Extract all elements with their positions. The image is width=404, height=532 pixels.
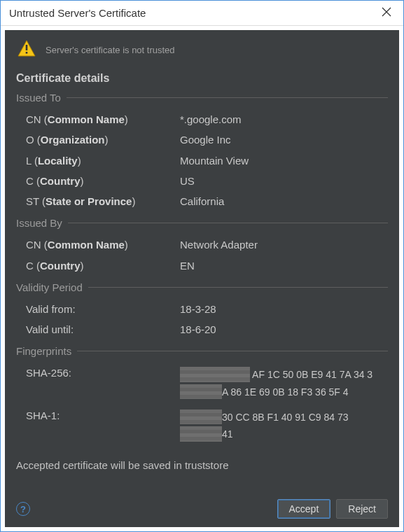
section-header-validity: Validity Period xyxy=(16,281,388,293)
svg-rect-4 xyxy=(26,52,28,54)
row-sha1: SHA-1: .30 CC 8B F1 40 91 C9 84 73 .41 xyxy=(16,405,388,448)
divider xyxy=(88,287,388,288)
dialog-window: Untrusted Server's Certificate Server's … xyxy=(0,0,404,532)
value-l: Mountain View xyxy=(180,153,388,169)
label-valid-until: Valid until: xyxy=(26,321,180,337)
row-o: O (Organization) Google Inc xyxy=(16,130,388,150)
section-issued-by: Issued By CN (Common Name) Network Adapt… xyxy=(16,217,388,276)
accept-button[interactable]: Accept xyxy=(277,499,331,519)
value-by-c: EN xyxy=(180,258,388,274)
divider xyxy=(68,223,388,223)
section-validity: Validity Period Valid from: 18-3-28 Vali… xyxy=(16,281,388,340)
reject-button[interactable]: Reject xyxy=(336,499,388,519)
row-valid-until: Valid until: 18-6-20 xyxy=(16,319,388,340)
label-cn: CN (Common Name) xyxy=(26,111,180,127)
label-c: C (Country) xyxy=(26,173,180,189)
row-sha256: SHA-256: . AF 1C 50 0B E9 41 7A 34 3 .A … xyxy=(16,363,388,405)
label-by-cn: CN (Common Name) xyxy=(26,237,180,253)
warning-row: Server's certificate is not trusted xyxy=(16,40,388,59)
value-st: California xyxy=(180,193,388,209)
row-valid-from: Valid from: 18-3-28 xyxy=(16,299,388,319)
row-st: ST (State or Province) California xyxy=(16,191,388,211)
window-title: Untrusted Server's Certificate xyxy=(6,7,375,19)
section-title-issued-to: Issued To xyxy=(16,92,61,104)
section-issued-to: Issued To CN (Common Name) *.google.com … xyxy=(16,92,388,211)
redacted-block xyxy=(180,410,222,424)
label-valid-from: Valid from: xyxy=(26,301,180,317)
details-title: Certificate details xyxy=(16,72,388,85)
truststore-note: Accepted certificate will be saved in tr… xyxy=(16,459,388,471)
warning-text: Server's certificate is not trusted xyxy=(46,45,175,55)
row-by-c: C (Country) EN xyxy=(16,255,388,276)
divider xyxy=(67,97,388,98)
label-sha256: SHA-256: xyxy=(26,367,180,379)
redacted-block xyxy=(180,426,222,441)
row-cn: CN (Common Name) *.google.com xyxy=(16,109,388,130)
label-sha1: SHA-1: xyxy=(26,410,180,421)
close-button[interactable] xyxy=(375,2,398,24)
value-valid-until: 18-6-20 xyxy=(180,321,388,337)
warning-icon xyxy=(18,40,36,59)
value-cn: *.google.com xyxy=(180,111,388,127)
value-o: Google Inc xyxy=(180,132,388,148)
section-fingerprints: Fingerprints SHA-256: . AF 1C 50 0B E9 4… xyxy=(16,345,388,448)
divider xyxy=(77,351,388,351)
row-c: C (Country) US xyxy=(16,171,388,191)
redacted-block xyxy=(180,367,250,382)
row-l: L (Locality) Mountain View xyxy=(16,150,388,171)
label-st: ST (State or Province) xyxy=(26,193,180,209)
row-by-cn: CN (Common Name) Network Adapter xyxy=(16,234,388,255)
label-l: L (Locality) xyxy=(26,153,180,169)
help-icon: ? xyxy=(20,504,26,514)
value-sha256: . AF 1C 50 0B E9 41 7A 34 3 .A 86 1E 69 … xyxy=(180,367,388,401)
value-sha1: .30 CC 8B F1 40 91 C9 84 73 .41 xyxy=(180,410,388,444)
titlebar: Untrusted Server's Certificate xyxy=(1,1,403,26)
dialog-footer: ? Accept Reject xyxy=(16,489,388,519)
svg-rect-3 xyxy=(26,45,28,50)
section-title-issued-by: Issued By xyxy=(16,217,62,229)
redacted-block xyxy=(180,384,222,399)
section-header-issued-to: Issued To xyxy=(16,92,388,104)
value-valid-from: 18-3-28 xyxy=(180,301,388,317)
section-title-validity: Validity Period xyxy=(16,281,83,293)
section-header-issued-by: Issued By xyxy=(16,217,388,229)
section-title-fingerprints: Fingerprints xyxy=(16,345,71,357)
section-header-fingerprints: Fingerprints xyxy=(16,345,388,357)
value-c: US xyxy=(180,173,388,189)
close-icon xyxy=(382,6,391,20)
label-o: O (Organization) xyxy=(26,132,180,148)
help-button[interactable]: ? xyxy=(16,502,30,516)
label-by-c: C (Country) xyxy=(26,258,180,274)
value-by-cn: Network Adapter xyxy=(180,237,388,253)
dialog-content: Server's certificate is not trusted Cert… xyxy=(5,30,399,527)
